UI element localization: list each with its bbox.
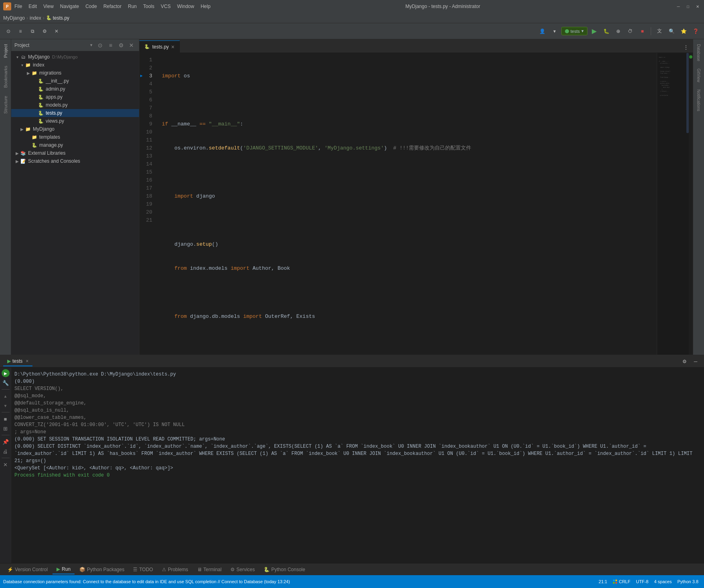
panel-hide-btn[interactable]: ✕ <box>127 41 136 50</box>
terminal-icon: 🖥 <box>197 567 202 572</box>
todo-tab[interactable]: ☰ TODO <box>129 565 157 574</box>
tree-item-mydjango-root[interactable]: ▾ 🗂 MyDjango D:\MyDjango <box>11 53 139 61</box>
editor-options-button[interactable]: ⋮ <box>681 42 691 53</box>
problems-tab[interactable]: ⚠ Problems <box>158 565 192 574</box>
menu-vcs[interactable]: VCS <box>161 4 171 9</box>
code-content[interactable]: import os if __name__ == "__main__": os.… <box>159 53 657 355</box>
menu-bar[interactable]: File Edit View Navigate Code Refactor Ru… <box>14 4 210 9</box>
tree-item-scratches[interactable]: ▶ 📝 Scratches and Consoles <box>11 157 139 165</box>
services-tab[interactable]: ⚙ Services <box>226 565 259 574</box>
run-tab[interactable]: ▶ tests × <box>3 357 32 366</box>
python-console-tab[interactable]: 🐍 Python Console <box>260 565 309 574</box>
expand-arrow-mydjango[interactable]: ▶ <box>19 127 25 131</box>
maximize-button[interactable]: □ <box>685 3 691 10</box>
status-indent[interactable]: 4 spaces <box>652 579 674 584</box>
run-tool-cross[interactable]: ✕ <box>2 461 10 469</box>
run-button[interactable]: ▶ <box>589 26 599 36</box>
close-button[interactable]: ✕ <box>694 3 701 10</box>
breadcrumb-file[interactable]: 🐍 tests.py <box>46 15 69 21</box>
tree-item-admin[interactable]: 🐍 admin.py <box>11 85 139 93</box>
run-bottom-tab[interactable]: ▶ Run <box>52 565 75 574</box>
toolbar-icon-locate[interactable]: ⊙ <box>3 26 14 36</box>
coverage-button[interactable]: ⊕ <box>613 26 623 36</box>
stop-button[interactable]: ■ <box>637 26 648 36</box>
help-button[interactable]: ❓ <box>690 26 701 36</box>
menu-refactor[interactable]: Refactor <box>103 4 121 9</box>
terminal-tab[interactable]: 🖥 Terminal <box>193 565 226 574</box>
sidebar-tab-project[interactable]: Project <box>2 41 10 61</box>
menu-file[interactable]: File <box>14 4 22 9</box>
tree-item-models[interactable]: 🐍 models.py <box>11 101 139 109</box>
toolbar-icon-collapse[interactable]: ≡ <box>15 26 26 36</box>
status-language[interactable]: Python 3.8 <box>675 579 701 584</box>
status-line-col[interactable]: 21:1 <box>596 579 609 584</box>
tab-close-button[interactable]: × <box>171 44 174 50</box>
run-console-output[interactable]: D:\Python\Python38\python.exe D:\MyDjang… <box>11 368 704 563</box>
panel-settings-icon[interactable]: ⚙ <box>679 356 690 367</box>
editor-tab-tests[interactable]: 🐍 tests.py × <box>139 40 180 53</box>
status-encoding[interactable]: CRLF <box>610 579 633 584</box>
tree-item-manage[interactable]: 🐍 manage.py <box>11 141 139 149</box>
toolbar-icon-expand[interactable]: ⧉ <box>27 26 38 36</box>
toolbar-avatar-dropdown[interactable]: ▾ <box>549 26 560 36</box>
window-controls[interactable]: ─ □ ✕ <box>675 3 701 10</box>
code-editor[interactable]: 1 2 3 4 5 6 7 8 9 10 11 12 13 14 15 16 1… <box>139 53 693 355</box>
run-tool-print[interactable]: 🖨 <box>2 447 10 455</box>
run-tab-close[interactable]: × <box>26 358 28 364</box>
tree-item-templates[interactable]: 📁 templates <box>11 133 139 141</box>
search-button[interactable]: 🔍 <box>666 26 677 36</box>
tab-label: tests.py <box>152 44 169 50</box>
run-tool-pin[interactable]: 📌 <box>2 438 10 446</box>
menu-view[interactable]: View <box>43 4 54 9</box>
version-control-tab[interactable]: ⚡ Version Control <box>3 565 52 574</box>
expand-arrow[interactable]: ▾ <box>14 55 20 59</box>
expand-arrow-index[interactable]: ▾ <box>19 63 25 67</box>
profile-button[interactable]: ⏱ <box>625 26 635 36</box>
run-config-button[interactable]: tests ▾ <box>561 27 587 35</box>
run-tool-wrench[interactable]: 🔧 <box>2 379 10 387</box>
expand-arrow-extlibs[interactable]: ▶ <box>14 151 20 156</box>
right-tab-database[interactable]: Database <box>695 41 702 65</box>
right-tab-gitview[interactable]: GitView <box>695 65 702 85</box>
menu-window[interactable]: Window <box>177 4 194 9</box>
menu-help[interactable]: Help <box>201 4 211 9</box>
tree-item-migrations[interactable]: ▶ 📁 migrations <box>11 69 139 77</box>
panel-collapse-btn[interactable]: ≡ <box>106 41 115 50</box>
expand-arrow-scratches[interactable]: ▶ <box>14 159 20 164</box>
tree-item-external-libs[interactable]: ▶ 📚 External Libraries <box>11 149 139 157</box>
run-tool-rerun[interactable]: ⊞ <box>2 424 10 432</box>
expand-arrow-migrations[interactable]: ▶ <box>26 71 31 75</box>
panel-settings-btn[interactable]: ⚙ <box>117 41 125 50</box>
panel-locate-btn[interactable]: ⊙ <box>96 41 105 50</box>
run-tool-down[interactable]: ▼ <box>2 402 10 410</box>
tree-item-tests[interactable]: 🐍 tests.py <box>11 109 139 117</box>
menu-code[interactable]: Code <box>85 4 97 9</box>
toolbar-icon-settings[interactable]: ⚙ <box>39 26 50 36</box>
bookmark-star-button[interactable]: ⭐ <box>678 26 689 36</box>
tree-item-views[interactable]: 🐍 views.py <box>11 117 139 125</box>
tree-item-apps[interactable]: 🐍 apps.py <box>11 93 139 101</box>
run-tool-stop[interactable]: ■ <box>2 415 10 423</box>
translate-button[interactable]: 文 <box>654 26 665 36</box>
right-tab-notifications[interactable]: Notifications <box>695 86 702 114</box>
tree-item-mydjango-folder[interactable]: ▶ 📁 MyDjango <box>11 125 139 133</box>
menu-run[interactable]: Run <box>128 4 137 9</box>
sidebar-tab-structure[interactable]: Structure <box>2 93 10 117</box>
python-packages-tab[interactable]: 📦 Python Packages <box>75 565 128 574</box>
debug-button[interactable]: 🐛 <box>601 26 611 36</box>
breadcrumb-project[interactable]: MyDjango <box>3 15 25 21</box>
sidebar-tab-bookmarks[interactable]: Bookmarks <box>2 63 10 91</box>
toolbar-avatar[interactable]: 👤 <box>537 26 548 36</box>
panel-minimize-icon[interactable]: ─ <box>690 356 701 367</box>
minimize-button[interactable]: ─ <box>675 3 682 10</box>
menu-edit[interactable]: Edit <box>28 4 37 9</box>
breadcrumb-folder[interactable]: index <box>30 15 41 21</box>
menu-tools[interactable]: Tools <box>143 4 154 9</box>
toolbar-icon-hide[interactable]: ✕ <box>51 26 62 36</box>
run-tool-up[interactable]: ▲ <box>2 392 10 400</box>
tree-item-index[interactable]: ▾ 📁 index <box>11 61 139 69</box>
tree-item-init[interactable]: 🐍 __init__.py <box>11 77 139 85</box>
run-play-button[interactable]: ▶ <box>2 369 10 377</box>
menu-navigate[interactable]: Navigate <box>60 4 79 9</box>
status-charset[interactable]: UTF-8 <box>633 579 651 584</box>
